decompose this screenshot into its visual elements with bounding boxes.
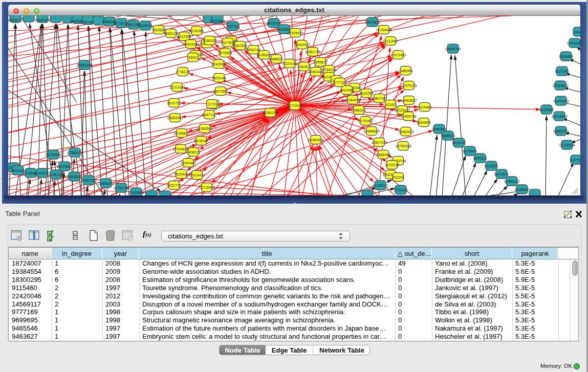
svg-text:14093487: 14093487	[180, 161, 196, 165]
svg-text:9115460: 9115460	[418, 105, 432, 109]
svg-text:18640910: 18640910	[294, 43, 310, 47]
svg-text:10025433: 10025433	[394, 108, 410, 112]
svg-text:15720407: 15720407	[357, 119, 373, 123]
svg-text:16033809: 16033809	[209, 19, 225, 23]
svg-text:62160: 62160	[385, 103, 396, 106]
svg-text:16210643: 16210643	[551, 115, 567, 118]
svg-text:18300295: 18300295	[262, 111, 278, 115]
svg-text:19166827: 19166827	[173, 132, 189, 135]
svg-text:14055712: 14055712	[8, 18, 24, 22]
svg-text:9242848: 9242848	[211, 62, 225, 66]
svg-text:13325419: 13325419	[287, 31, 303, 35]
svg-text:9227342: 9227342	[555, 70, 569, 73]
svg-text:17957235: 17957235	[80, 179, 96, 182]
svg-text:6879197: 6879197	[452, 141, 466, 145]
svg-text:1145131: 1145131	[49, 173, 63, 177]
svg-text:5938923: 5938923	[441, 134, 454, 138]
svg-text:20053346: 20053346	[76, 63, 92, 67]
svg-text:12342737: 12342737	[34, 171, 50, 175]
svg-text:3624554: 3624554	[359, 92, 373, 95]
svg-text:10807487: 10807487	[371, 97, 387, 100]
svg-text:1167534: 1167534	[570, 158, 580, 162]
svg-text:10688609: 10688609	[363, 129, 379, 133]
svg-text:15751074: 15751074	[567, 41, 580, 45]
svg-text:12444153: 12444153	[553, 99, 569, 103]
svg-text:17359924: 17359924	[67, 151, 82, 155]
svg-text:19654952: 19654952	[167, 116, 183, 120]
svg-text:98901: 98901	[188, 56, 198, 59]
svg-text:19384554: 19384554	[308, 138, 323, 142]
svg-text:7857224: 7857224	[226, 25, 239, 28]
svg-text:9384067: 9384067	[376, 153, 390, 157]
svg-text:19463627: 19463627	[401, 99, 417, 102]
svg-text:7955812: 7955812	[313, 60, 327, 64]
svg-text:14495756: 14495756	[400, 115, 416, 118]
svg-text:2803144: 2803144	[212, 76, 226, 80]
svg-text:1733426: 1733426	[394, 188, 407, 192]
svg-text:1588520: 1588520	[269, 57, 283, 61]
svg-text:18724007: 18724007	[287, 104, 302, 107]
svg-text:2935114: 2935114	[473, 157, 487, 160]
svg-text:8267130: 8267130	[202, 113, 216, 117]
svg-text:7515526: 7515526	[138, 24, 152, 28]
svg-text:252254: 252254	[392, 176, 404, 179]
svg-text:16543362: 16543362	[183, 42, 199, 46]
svg-text:9474444: 9474444	[463, 149, 476, 153]
svg-text:13716485: 13716485	[199, 186, 214, 189]
svg-text:12213369: 12213369	[169, 85, 185, 89]
svg-text:1640954: 1640954	[432, 127, 446, 131]
svg-text:2367608: 2367608	[233, 44, 247, 48]
svg-text:5226058: 5226058	[189, 29, 203, 33]
svg-text:13654923: 13654923	[398, 130, 413, 134]
svg-text:20206556: 20206556	[45, 153, 61, 157]
svg-text:9498212: 9498212	[186, 150, 200, 154]
svg-text:9245652: 9245652	[515, 188, 529, 191]
svg-text:8186328: 8186328	[203, 39, 216, 42]
svg-text:11700: 11700	[207, 102, 217, 106]
svg-text:9777169: 9777169	[333, 81, 346, 84]
svg-text:14136141: 14136141	[372, 184, 388, 187]
svg-text:16648784: 16648784	[445, 47, 461, 51]
svg-text:3912954: 3912954	[177, 35, 191, 38]
svg-text:19756928: 19756928	[395, 144, 411, 148]
svg-text:12505135: 12505135	[66, 175, 82, 179]
svg-text:7986322: 7986322	[352, 108, 365, 112]
svg-text:6899695: 6899695	[417, 121, 430, 124]
svg-text:20691406: 20691406	[34, 18, 50, 22]
svg-text:10958107: 10958107	[98, 182, 114, 185]
svg-text:8454749: 8454749	[246, 48, 260, 52]
svg-text:8471676: 8471676	[494, 172, 508, 176]
svg-text:10654112: 10654112	[504, 180, 520, 183]
svg-text:12923466: 12923466	[128, 191, 144, 194]
svg-text:7663822: 7663822	[151, 28, 165, 32]
svg-text:12093822: 12093822	[552, 84, 568, 87]
svg-text:7625402: 7625402	[174, 172, 188, 176]
svg-text:17016504: 17016504	[559, 143, 575, 147]
svg-text:16961758: 16961758	[304, 50, 320, 54]
svg-text:16154808: 16154808	[376, 28, 391, 32]
svg-text:1610755: 1610755	[167, 101, 181, 105]
svg-text:9329966: 9329966	[559, 55, 573, 58]
svg-text:10782759: 10782759	[113, 186, 129, 190]
svg-text:1615132: 1615132	[385, 163, 399, 167]
svg-text:2718126: 2718126	[176, 70, 189, 74]
svg-text:9657771: 9657771	[167, 184, 181, 187]
svg-text:8578342: 8578342	[194, 139, 208, 143]
svg-text:12975115: 12975115	[401, 84, 417, 87]
svg-text:5322037: 5322037	[282, 62, 296, 65]
svg-text:12213967: 12213967	[382, 39, 398, 43]
svg-text:8215955: 8215955	[539, 108, 553, 112]
svg-text:8660124: 8660124	[164, 32, 178, 35]
svg-text:3675685: 3675685	[218, 51, 232, 55]
svg-text:20876812: 20876812	[364, 20, 380, 24]
svg-text:13975887: 13975887	[56, 165, 72, 168]
svg-text:12353594: 12353594	[197, 127, 212, 130]
svg-text:11123: 11123	[574, 30, 580, 34]
svg-text:9146821: 9146821	[257, 53, 271, 57]
svg-text:8813054: 8813054	[267, 21, 280, 25]
svg-text:7632621: 7632621	[484, 164, 498, 168]
svg-text:18807249: 18807249	[371, 141, 387, 144]
svg-text:16914479: 16914479	[189, 173, 205, 177]
svg-text:8990448: 8990448	[309, 70, 322, 74]
svg-text:15692971: 15692971	[553, 129, 569, 133]
